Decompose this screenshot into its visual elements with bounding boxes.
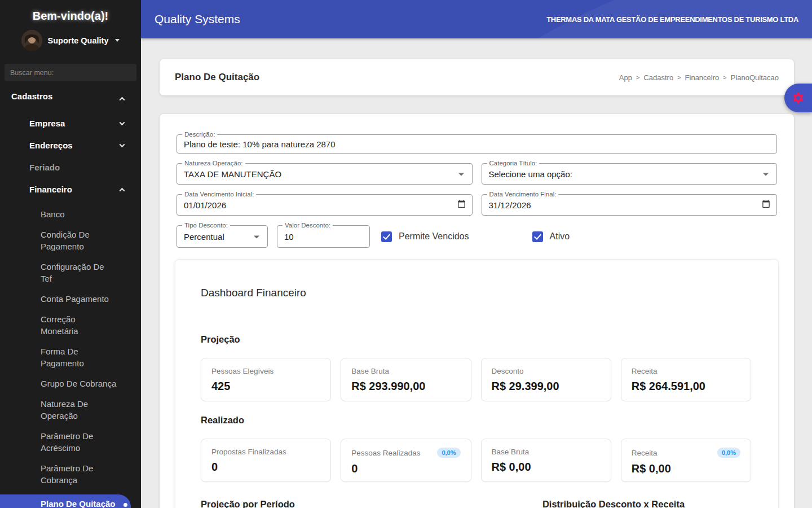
company-name: THERMAS DA MATA GESTÃO DE EMPREENDIMENTO… (546, 15, 798, 24)
chevron-down-icon (120, 142, 125, 147)
chart-title-distribuicao: Distribuição Desconto x Receita (542, 499, 685, 508)
breadcrumb-financeiro[interactable]: Financeiro (685, 73, 720, 82)
natureza-operacao-select[interactable]: Natureza Operação: TAXA DE MANUTENÇÃO (176, 163, 473, 185)
descricao-field[interactable]: Descrição: Plano de teste: 10% para natu… (176, 134, 777, 154)
dashboard-title: Dashboard Financeiro (201, 287, 751, 299)
breadcrumb-separator: > (723, 74, 726, 81)
stat-card-base-bruta-realizado: Base Bruta R$ 0,00 (481, 439, 611, 482)
data-vencimento-final-field[interactable]: Data Vencimento Final: 31/12/2026 (482, 194, 778, 216)
chevron-down-icon (120, 120, 125, 125)
app-title: Quality Systems (155, 12, 240, 26)
chevron-up-icon (120, 187, 125, 193)
sidebar-item-grupo-de-cobranca[interactable]: Grupo De Cobrança (0, 378, 118, 389)
stat-card-receita-realizado: Receita 0,0% R$ 0,00 (621, 439, 751, 482)
sidebar-item-banco[interactable]: Banco (0, 208, 118, 220)
checkbox-checked-icon (532, 231, 543, 242)
active-dot (123, 503, 127, 507)
tipo-desconto-select[interactable]: Tipo Desconto: Percentual (176, 225, 268, 248)
sidebar-item-forma-de-pagamento[interactable]: Forma De Pagamento (0, 345, 118, 369)
categoria-titulo-select[interactable]: Categoria Título: Selecione uma opção: (482, 163, 778, 185)
settings-fab-button[interactable] (784, 84, 812, 112)
stat-card-pessoas-elegiveis: Pessoas Elegíveis 425 (201, 358, 331, 401)
sidebar-item-feriado[interactable]: Feriado (0, 156, 141, 178)
breadcrumb: App > Cadastro > Financeiro > PlanoQuita… (619, 73, 779, 82)
breadcrumb-cadastro[interactable]: Cadastro (643, 73, 673, 82)
dropdown-caret-icon (458, 173, 464, 176)
chevron-up-icon (120, 97, 125, 102)
sidebar-item-plano-de-quitacao[interactable]: Plano De Quitação (0, 494, 131, 508)
breadcrumb-separator: > (636, 74, 639, 81)
sidebar: Bem-vindo(a)! Suporte Quality Cadastros … (0, 0, 141, 508)
user-name: Suporte Quality (48, 36, 109, 45)
descricao-label: Descrição: (182, 130, 217, 139)
sidebar-item-enderecos[interactable]: Endereços (0, 134, 141, 156)
sidebar-item-financeiro[interactable]: Financeiro (0, 178, 141, 200)
user-menu[interactable]: Suporte Quality (0, 30, 141, 51)
stat-card-base-bruta: Base Bruta R$ 293.990,00 (341, 358, 471, 401)
stat-card-desconto: Desconto R$ 29.399,00 (481, 358, 611, 401)
calendar-icon[interactable] (457, 199, 466, 211)
welcome-title: Bem-vindo(a)! (0, 0, 141, 23)
financeiro-submenu: Banco Condição De Pagamento Configuração… (0, 208, 141, 508)
percentage-badge: 0,0% (437, 448, 460, 458)
breadcrumb-separator: > (677, 74, 681, 81)
sidebar-item-correcao-monetaria[interactable]: Correção Monetária (0, 313, 90, 337)
checkbox-checked-icon (381, 231, 392, 242)
calendar-icon[interactable] (762, 199, 770, 211)
sidebar-item-cadastros[interactable]: Cadastros (0, 85, 141, 112)
valor-desconto-field[interactable]: Valor Desconto: 10 (277, 225, 370, 248)
menu-search-input[interactable] (5, 64, 136, 81)
stat-card-pessoas-realizadas: Pessoas Realizadas 0,0% 0 (341, 439, 471, 482)
gear-icon (792, 91, 805, 104)
sidebar-item-parametro-de-cobranca[interactable]: Parâmetro De Cobrança (0, 462, 118, 486)
stat-card-receita: Receita R$ 264.591,00 (621, 358, 751, 401)
dashboard-financeiro-card: Dashboard Financeiro Projeção Pessoas El… (175, 259, 779, 508)
stat-card-propostas-finalizadas: Propostas Finalizadas 0 (201, 439, 331, 482)
projecao-section-title: Projeção (201, 334, 751, 345)
ativo-checkbox[interactable]: Ativo (532, 231, 570, 242)
chart-title-projecao-periodo: Projeção por Período (201, 499, 295, 508)
sidebar-item-parametro-de-acrescimo[interactable]: Parâmetro De Acréscimo (0, 430, 118, 454)
sidebar-item-natureza-de-operacao[interactable]: Natureza De Operação (0, 398, 118, 422)
sidebar-item-condicao-de-pagamento[interactable]: Condição De Pagamento (0, 229, 118, 252)
dropdown-caret-icon (763, 173, 769, 176)
data-vencimento-inicial-field[interactable]: Data Vencimento Inicial: 01/01/2026 (176, 194, 473, 216)
percentage-badge: 0,0% (717, 448, 740, 458)
realizado-section-title: Realizado (201, 415, 751, 426)
sidebar-item-configuracao-de-tef[interactable]: Configuração De Tef (0, 261, 104, 284)
sidebar-item-empresa[interactable]: Empresa (0, 112, 141, 134)
app-header: Quality Systems THERMAS DA MATA GESTÃO D… (141, 0, 812, 38)
dropdown-caret-icon (254, 236, 259, 239)
breadcrumb-app[interactable]: App (619, 73, 632, 82)
sidebar-item-conta-pagamento[interactable]: Conta Pagamento (0, 293, 118, 305)
breadcrumb-planoquitacao[interactable]: PlanoQuitacao (731, 73, 779, 82)
permite-vencidos-checkbox[interactable]: Permite Vencidos (381, 231, 469, 242)
page-title: Plano De Quitação (175, 72, 259, 83)
chevron-down-icon (115, 39, 120, 42)
avatar (21, 30, 42, 51)
